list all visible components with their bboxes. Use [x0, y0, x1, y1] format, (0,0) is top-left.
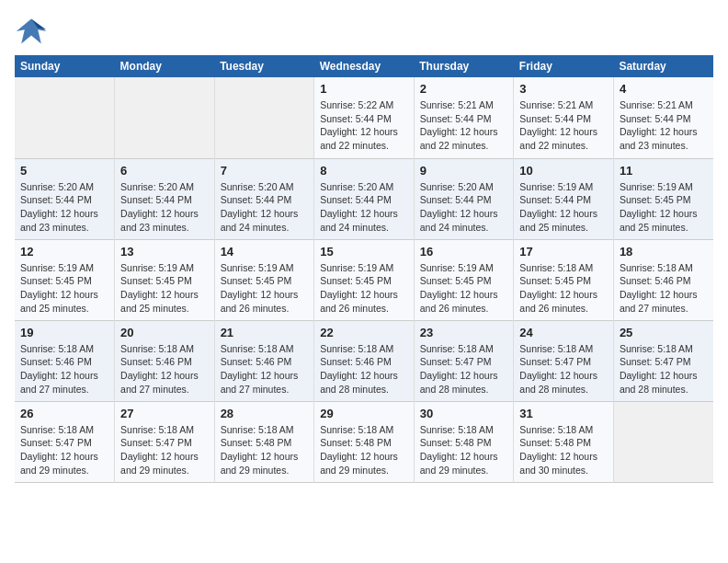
- calendar-cell: 31Sunrise: 5:18 AMSunset: 5:48 PMDayligh…: [514, 401, 614, 482]
- day-info: Sunrise: 5:20 AMSunset: 5:44 PMDaylight:…: [20, 180, 108, 235]
- calendar-cell: [15, 77, 115, 158]
- weekday-header: Saturday: [613, 55, 713, 77]
- calendar-cell: [214, 77, 314, 158]
- calendar-cell: 13Sunrise: 5:19 AMSunset: 5:45 PMDayligh…: [115, 239, 215, 320]
- day-info: Sunrise: 5:19 AMSunset: 5:45 PMDaylight:…: [120, 261, 209, 316]
- day-number: 9: [420, 164, 508, 178]
- day-info: Sunrise: 5:20 AMSunset: 5:44 PMDaylight:…: [221, 180, 309, 235]
- day-number: 5: [20, 164, 108, 178]
- calendar-cell: 6Sunrise: 5:20 AMSunset: 5:44 PMDaylight…: [115, 158, 215, 239]
- day-info: Sunrise: 5:18 AMSunset: 5:47 PMDaylight:…: [20, 423, 108, 477]
- day-number: 21: [221, 326, 309, 339]
- calendar-cell: 18Sunrise: 5:18 AMSunset: 5:46 PMDayligh…: [613, 239, 713, 320]
- calendar-cell: 15Sunrise: 5:19 AMSunset: 5:45 PMDayligh…: [314, 239, 415, 320]
- day-info: Sunrise: 5:18 AMSunset: 5:48 PMDaylight:…: [420, 423, 508, 477]
- day-info: Sunrise: 5:19 AMSunset: 5:45 PMDaylight:…: [20, 261, 108, 316]
- calendar-cell: 20Sunrise: 5:18 AMSunset: 5:46 PMDayligh…: [115, 320, 215, 401]
- day-number: 23: [420, 326, 508, 339]
- day-info: Sunrise: 5:21 AMSunset: 5:44 PMDaylight:…: [620, 98, 708, 153]
- day-info: Sunrise: 5:18 AMSunset: 5:45 PMDaylight:…: [519, 261, 608, 316]
- weekday-header: Monday: [115, 55, 215, 77]
- day-info: Sunrise: 5:20 AMSunset: 5:44 PMDaylight:…: [120, 180, 209, 235]
- calendar-week-row: 19Sunrise: 5:18 AMSunset: 5:46 PMDayligh…: [15, 320, 713, 401]
- day-number: 22: [320, 326, 408, 339]
- calendar-cell: 7Sunrise: 5:20 AMSunset: 5:44 PMDaylight…: [214, 158, 314, 239]
- calendar-cell: 11Sunrise: 5:19 AMSunset: 5:45 PMDayligh…: [613, 158, 713, 239]
- day-info: Sunrise: 5:18 AMSunset: 5:46 PMDaylight:…: [221, 342, 309, 396]
- day-info: Sunrise: 5:18 AMSunset: 5:47 PMDaylight:…: [120, 423, 209, 477]
- day-number: 16: [420, 245, 508, 259]
- day-info: Sunrise: 5:19 AMSunset: 5:45 PMDaylight:…: [320, 261, 408, 316]
- day-info: Sunrise: 5:18 AMSunset: 5:47 PMDaylight:…: [420, 342, 508, 396]
- day-info: Sunrise: 5:18 AMSunset: 5:46 PMDaylight:…: [20, 342, 108, 396]
- calendar-cell: 30Sunrise: 5:18 AMSunset: 5:48 PMDayligh…: [414, 401, 514, 482]
- calendar-cell: 26Sunrise: 5:18 AMSunset: 5:47 PMDayligh…: [15, 401, 115, 482]
- day-info: Sunrise: 5:18 AMSunset: 5:46 PMDaylight:…: [120, 342, 209, 396]
- calendar-cell: 27Sunrise: 5:18 AMSunset: 5:47 PMDayligh…: [115, 401, 215, 482]
- day-number: 7: [221, 164, 309, 178]
- day-info: Sunrise: 5:18 AMSunset: 5:46 PMDaylight:…: [320, 342, 408, 396]
- day-number: 13: [120, 245, 209, 259]
- day-number: 6: [120, 164, 209, 178]
- calendar-cell: 23Sunrise: 5:18 AMSunset: 5:47 PMDayligh…: [414, 320, 514, 401]
- calendar-cell: 17Sunrise: 5:18 AMSunset: 5:45 PMDayligh…: [514, 239, 614, 320]
- day-number: 17: [519, 245, 608, 259]
- day-number: 14: [221, 245, 309, 259]
- calendar-cell: 4Sunrise: 5:21 AMSunset: 5:44 PMDaylight…: [613, 77, 713, 158]
- day-number: 29: [320, 407, 408, 420]
- calendar-cell: 3Sunrise: 5:21 AMSunset: 5:44 PMDaylight…: [514, 77, 614, 158]
- day-info: Sunrise: 5:18 AMSunset: 5:48 PMDaylight:…: [320, 423, 408, 477]
- calendar-cell: 25Sunrise: 5:18 AMSunset: 5:47 PMDayligh…: [613, 320, 713, 401]
- calendar-week-row: 5Sunrise: 5:20 AMSunset: 5:44 PMDaylight…: [15, 158, 713, 239]
- day-number: 28: [221, 407, 309, 420]
- calendar-cell: 5Sunrise: 5:20 AMSunset: 5:44 PMDaylight…: [15, 158, 115, 239]
- day-number: 4: [620, 82, 708, 96]
- day-number: 25: [620, 326, 708, 339]
- day-info: Sunrise: 5:18 AMSunset: 5:47 PMDaylight:…: [519, 342, 608, 396]
- weekday-header: Thursday: [414, 55, 514, 77]
- day-info: Sunrise: 5:19 AMSunset: 5:45 PMDaylight:…: [221, 261, 309, 316]
- day-number: 30: [420, 407, 508, 420]
- day-info: Sunrise: 5:20 AMSunset: 5:44 PMDaylight:…: [320, 180, 408, 235]
- day-number: 19: [20, 326, 108, 339]
- day-number: 18: [620, 245, 708, 259]
- calendar-cell: 10Sunrise: 5:19 AMSunset: 5:44 PMDayligh…: [514, 158, 614, 239]
- day-number: 26: [20, 407, 108, 420]
- day-info: Sunrise: 5:21 AMSunset: 5:44 PMDaylight:…: [519, 98, 608, 153]
- day-number: 12: [20, 245, 108, 259]
- calendar-cell: 2Sunrise: 5:21 AMSunset: 5:44 PMDaylight…: [414, 77, 514, 158]
- svg-marker-0: [17, 19, 46, 44]
- day-number: 2: [420, 82, 508, 96]
- day-info: Sunrise: 5:18 AMSunset: 5:47 PMDaylight:…: [620, 342, 708, 396]
- day-info: Sunrise: 5:20 AMSunset: 5:44 PMDaylight:…: [420, 180, 508, 235]
- calendar-week-row: 12Sunrise: 5:19 AMSunset: 5:45 PMDayligh…: [15, 239, 713, 320]
- weekday-header: Wednesday: [314, 55, 415, 77]
- calendar-cell: 9Sunrise: 5:20 AMSunset: 5:44 PMDaylight…: [414, 158, 514, 239]
- day-number: 15: [320, 245, 408, 259]
- day-number: 10: [519, 164, 608, 178]
- day-number: 24: [519, 326, 608, 339]
- day-info: Sunrise: 5:19 AMSunset: 5:45 PMDaylight:…: [620, 180, 708, 235]
- logo-icon: [15, 15, 48, 48]
- calendar-header: SundayMondayTuesdayWednesdayThursdayFrid…: [15, 55, 713, 77]
- day-number: 3: [519, 82, 608, 96]
- day-number: 31: [519, 407, 608, 420]
- calendar-cell: 1Sunrise: 5:22 AMSunset: 5:44 PMDaylight…: [314, 77, 415, 158]
- calendar-cell: [115, 77, 215, 158]
- day-number: 11: [620, 164, 708, 178]
- calendar-week-row: 1Sunrise: 5:22 AMSunset: 5:44 PMDaylight…: [15, 77, 713, 158]
- day-info: Sunrise: 5:21 AMSunset: 5:44 PMDaylight:…: [420, 98, 508, 153]
- day-info: Sunrise: 5:18 AMSunset: 5:48 PMDaylight:…: [221, 423, 309, 477]
- calendar-cell: [613, 401, 713, 482]
- calendar-cell: 8Sunrise: 5:20 AMSunset: 5:44 PMDaylight…: [314, 158, 415, 239]
- calendar-cell: 24Sunrise: 5:18 AMSunset: 5:47 PMDayligh…: [514, 320, 614, 401]
- logo: [15, 15, 51, 48]
- calendar-cell: 16Sunrise: 5:19 AMSunset: 5:45 PMDayligh…: [414, 239, 514, 320]
- page-header: [15, 15, 713, 48]
- weekday-header: Sunday: [15, 55, 115, 77]
- day-info: Sunrise: 5:18 AMSunset: 5:46 PMDaylight:…: [620, 261, 708, 316]
- day-number: 1: [320, 82, 408, 96]
- calendar-cell: 14Sunrise: 5:19 AMSunset: 5:45 PMDayligh…: [214, 239, 314, 320]
- day-info: Sunrise: 5:22 AMSunset: 5:44 PMDaylight:…: [320, 98, 408, 153]
- calendar-cell: 19Sunrise: 5:18 AMSunset: 5:46 PMDayligh…: [15, 320, 115, 401]
